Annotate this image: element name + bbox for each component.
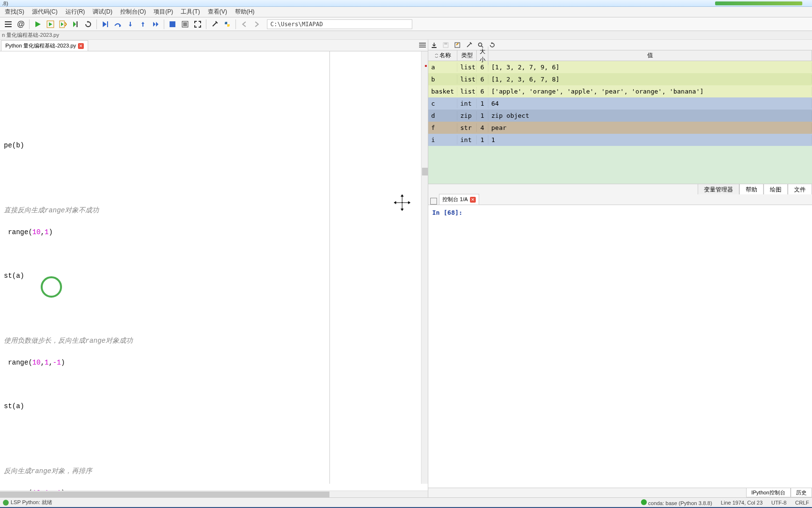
save-as-icon[interactable] (453, 41, 461, 49)
step-into-icon[interactable] (125, 19, 136, 30)
scrollbar-thumb[interactable] (422, 168, 428, 175)
header-type[interactable]: 类型 (457, 50, 477, 61)
run-icon[interactable] (32, 19, 43, 30)
lsp-status-icon (3, 500, 9, 506)
console-prompt-close: ]: (455, 209, 463, 216)
header-name[interactable]: 名称 (439, 51, 451, 60)
code-editor[interactable]: pe(b) 直接反向生成range对象不成功 range(10,1) st(a)… (0, 51, 428, 491)
editor-horizontal-scrollbar[interactable] (0, 491, 428, 497)
var-size: 1 (477, 135, 488, 144)
run-selection-icon[interactable] (70, 19, 81, 30)
menu-view[interactable]: 查看(V) (204, 7, 231, 17)
debug-icon[interactable] (100, 19, 110, 30)
var-size: 1 (477, 99, 488, 108)
close-icon[interactable]: ✕ (470, 197, 476, 203)
at-icon[interactable]: @ (16, 19, 26, 30)
close-icon[interactable]: ✕ (78, 43, 84, 49)
var-value: 1 (488, 135, 812, 144)
run-cell-icon[interactable] (45, 19, 56, 30)
variable-row[interactable]: basketlist6['apple', 'orange', 'apple', … (428, 85, 812, 97)
sort-icon[interactable] (435, 54, 438, 58)
step-over-icon[interactable] (112, 19, 123, 30)
menu-console[interactable]: 控制台(O) (116, 7, 150, 17)
menu-bar: 查找(S) 源代码(C) 运行(R) 调试(D) 控制台(O) 项目(P) 工具… (0, 7, 812, 17)
menu-project[interactable]: 项目(P) (150, 7, 177, 17)
menu-debug[interactable]: 调试(D) (89, 7, 116, 17)
var-value: ['apple', 'orange', 'apple', 'pear', 'or… (488, 87, 812, 96)
working-directory-field[interactable]: C:\Users\MIAPAD (267, 19, 412, 29)
console-icon[interactable] (430, 198, 437, 205)
save-icon[interactable] (442, 41, 450, 49)
svg-rect-24 (455, 43, 460, 48)
tab-menu-icon[interactable] (419, 42, 426, 48)
var-size: 1 (477, 111, 488, 120)
svg-point-25 (479, 43, 482, 46)
breadcrumb-text: n 量化编程基础-2023.py (2, 32, 59, 39)
header-value[interactable]: 值 (488, 50, 812, 61)
header-size[interactable]: 大小 (477, 47, 488, 65)
var-size: 4 (477, 123, 488, 132)
menu-help[interactable]: 帮助(H) (231, 7, 259, 17)
variable-row[interactable]: iint11 (428, 134, 812, 146)
svg-rect-1 (5, 24, 12, 25)
var-size: 6 (477, 63, 488, 72)
svg-marker-7 (61, 22, 63, 26)
var-value: zip object (488, 111, 812, 120)
back-icon[interactable] (239, 19, 250, 30)
menu-run[interactable]: 运行(R) (62, 7, 89, 17)
var-type: int (457, 99, 477, 108)
console-tab-active[interactable]: 控制台 1/A ✕ (439, 194, 479, 205)
svg-marker-16 (153, 22, 156, 27)
run-cell-advance-icon[interactable] (58, 19, 68, 30)
window-titlebar: .8) (0, 0, 812, 7)
continue-icon[interactable] (150, 19, 161, 30)
variable-row[interactable]: cint164 (428, 97, 812, 110)
menu-source[interactable]: 源代码(C) (28, 7, 62, 17)
menu-tools[interactable]: 工具(T) (177, 7, 203, 17)
svg-marker-8 (73, 21, 76, 27)
settings-icon[interactable] (209, 19, 220, 30)
status-conda[interactable]: conda: base (Python 3.8.8) (648, 500, 712, 506)
status-cursor-pos[interactable]: Line 1974, Col 23 (721, 500, 763, 506)
maximize-icon[interactable] (192, 19, 203, 30)
variable-table-empty (428, 146, 812, 184)
editor-tab-active[interactable]: Python 量化编程基础-2023.py ✕ (1, 40, 88, 51)
variable-row[interactable]: blist6[1, 2, 3, 6, 7, 8] (428, 73, 812, 85)
memory-indicator (715, 1, 802, 5)
rerun-icon[interactable] (83, 19, 94, 30)
var-type: int (457, 135, 477, 144)
main-toolbar: @ C:\Users\MIAPAD (0, 17, 812, 31)
svg-marker-5 (49, 22, 52, 26)
svg-marker-17 (156, 22, 158, 27)
svg-marker-26 (491, 42, 492, 44)
refresh-icon[interactable] (488, 41, 496, 49)
import-icon[interactable] (430, 41, 438, 49)
ipython-console[interactable]: In [68]: (428, 205, 812, 488)
menu-find[interactable]: 查找(S) (1, 7, 28, 17)
cell-icon[interactable] (180, 19, 190, 30)
svg-marker-11 (103, 21, 107, 27)
status-encoding[interactable]: UTF-8 (771, 500, 786, 506)
python-icon[interactable] (222, 19, 233, 30)
status-eol[interactable]: CRLF (795, 500, 809, 506)
outline-icon[interactable] (3, 19, 14, 30)
step-out-icon[interactable] (138, 19, 148, 30)
status-lsp[interactable]: LSP Python: 就绪 (11, 499, 52, 506)
variable-row[interactable]: dzip1zip object (428, 110, 812, 122)
editor-tab-label: Python 量化编程基础-2023.py (5, 42, 76, 49)
right-panel-tabs: 变量管理器 帮助 绘图 文件 (428, 184, 812, 194)
variable-row[interactable]: fstr4pear (428, 122, 812, 134)
hscrollbar-thumb[interactable] (0, 492, 329, 497)
svg-rect-12 (107, 21, 108, 27)
var-type: str (457, 123, 477, 132)
edit-icon[interactable] (465, 41, 473, 49)
editor-pane: Python 量化编程基础-2023.py ✕ pe(b) 直接反向生成rang… (0, 40, 428, 497)
console-bottom-tabs: IPython控制台 历史 (428, 488, 812, 497)
tab-ipython-console[interactable]: IPython控制台 (746, 488, 791, 497)
tab-history[interactable]: 历史 (791, 488, 812, 497)
editor-vertical-scrollbar[interactable] (421, 51, 428, 484)
stop-icon[interactable] (167, 19, 178, 30)
title-text: .8) (2, 0, 8, 6)
forward-icon[interactable] (251, 19, 262, 30)
variable-row[interactable]: alist6[1, 3, 2, 7, 9, 6] (428, 61, 812, 73)
